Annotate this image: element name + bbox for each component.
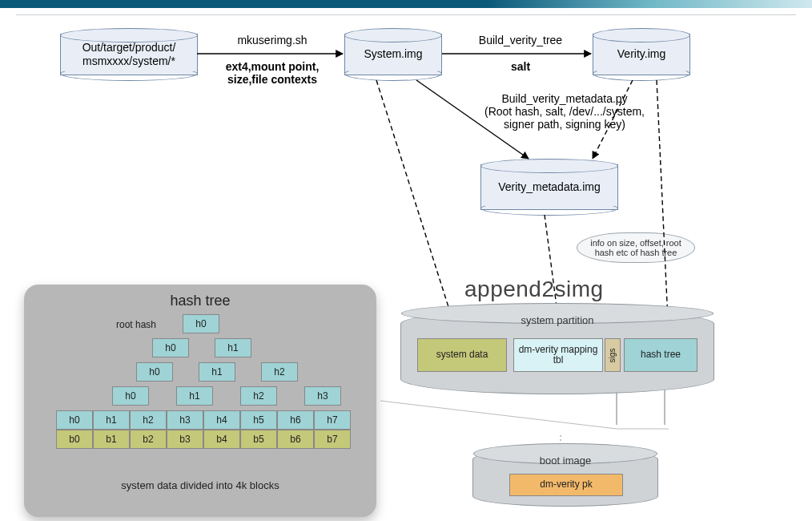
edge-buildmeta-l2: (Root hash, salt, /dev/.../system, [484, 105, 645, 118]
tree-cell: h3 [304, 386, 341, 406]
node-source-line1: Out/target/product/ [78, 41, 181, 54]
boot-image-disc: boot image dm-verity pk [472, 449, 658, 507]
system-partition-disc: system partition system data dm-verity m… [400, 309, 714, 394]
tree-cell: b4 [203, 430, 240, 449]
tree-cell: h1 [93, 410, 130, 430]
hash-tree-title: hash tree [24, 293, 376, 309]
tree-cell: h2 [130, 410, 167, 430]
edge-buildtree-bottom: salt [456, 60, 585, 73]
edge-buildmeta-l1: Build_verity_metadata.py [501, 92, 627, 105]
root-hash-label: root hash [116, 319, 156, 330]
svg-line-9 [380, 401, 617, 429]
tree-cell: h3 [167, 410, 203, 430]
tree-cell: h0 [56, 410, 93, 430]
tree-cell: h1 [199, 362, 235, 382]
boot-image-title: boot image [473, 454, 657, 466]
tree-cell: h2 [240, 386, 277, 406]
slot-hash-tree: hash tree [624, 338, 697, 372]
tree-cell: h6 [277, 410, 314, 430]
hash-tree-panel: hash tree root hash h0 h0 h1 h0 h1 h2 h0… [24, 285, 376, 517]
edge-mkuserimg-bottom: ext4,mount point, size,file contexts [204, 60, 340, 86]
node-verity: Verity.img [593, 34, 690, 75]
slot-mapping-table: dm-verity mapping tbl [513, 338, 603, 372]
tree-cell: h4 [203, 410, 240, 430]
slot-system-data: system data [417, 338, 507, 372]
tree-cell: b5 [240, 430, 277, 449]
append2simg-label: append2simg [464, 277, 604, 302]
info-bubble: info on size, offset, root hash etc of h… [577, 232, 695, 263]
tree-cell: h0 [112, 386, 149, 406]
tree-cell: h2 [261, 362, 298, 382]
header-rule [16, 14, 796, 15]
tree-cell: h1 [215, 338, 251, 357]
node-verity-label: Verity.img [613, 47, 670, 62]
tree-cell: h1 [176, 386, 213, 406]
edge-buildmeta-l3: signer path, signing key) [504, 118, 625, 131]
tree-cell: h0 [136, 362, 173, 382]
tree-cell: h0 [152, 338, 189, 357]
slot-dm-verity-pk: dm-verity pk [509, 474, 623, 496]
edge-buildmeta: Build_verity_metadata.py (Root hash, sal… [460, 92, 669, 131]
slot-sigs: sigs [605, 338, 621, 372]
tree-cell: b0 [56, 430, 93, 449]
tree-cell: h5 [240, 410, 277, 430]
tree-cell: b7 [314, 430, 351, 449]
edge-buildtree-top: Build_verity_tree [456, 34, 585, 46]
node-metadata: Verity_metadata.img [480, 164, 618, 210]
tree-cell: h7 [314, 410, 351, 430]
tree-cell: b6 [277, 430, 314, 449]
tree-cell: b2 [130, 430, 167, 449]
svg-line-4 [376, 80, 460, 345]
hash-tree-caption: system data divided into 4k blocks [24, 479, 376, 491]
node-system-label: System.img [359, 47, 427, 62]
edge-mkuserimg-top: mkuserimg.sh [208, 34, 336, 46]
tree-cell: b1 [93, 430, 130, 449]
header-gradient [0, 0, 812, 8]
hash-tree-pyramid: root hash h0 h0 h1 h0 h1 h2 h0 h1 h2 h3 … [24, 314, 376, 475]
node-system: System.img [344, 34, 442, 75]
system-partition-title: system partition [401, 314, 714, 326]
node-source-line2: msmxxxx/system/* [78, 55, 180, 67]
tree-cell: b3 [167, 430, 203, 449]
tree-cell: h0 [183, 314, 219, 333]
node-source: Out/target/product/ msmxxxx/system/* [60, 34, 198, 75]
node-metadata-label: Verity_metadata.img [493, 180, 605, 195]
